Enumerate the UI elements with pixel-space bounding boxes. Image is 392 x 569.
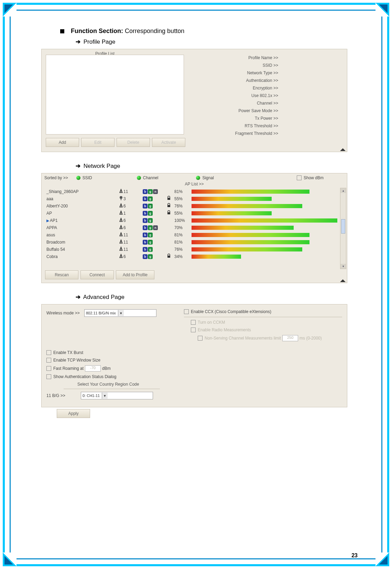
expand-icon[interactable] [340, 279, 346, 282]
nonserv-unit: ms (0-2000) [300, 336, 322, 341]
delete-button[interactable]: Delete [117, 138, 150, 147]
page-number: 23 [351, 552, 358, 559]
fastroam-checkbox[interactable]: Fast Roaming at -70 dBm [46, 365, 342, 372]
svg-rect-10 [121, 198, 121, 200]
mode-b-icon: b [143, 254, 148, 259]
radio-icon [137, 176, 141, 180]
signal-bar [192, 190, 337, 194]
mode-b-icon: b [143, 233, 148, 237]
ccka-checkbox: Turn on CCKM [191, 320, 342, 325]
txburst-checkbox[interactable]: Enable TX Burst [46, 350, 342, 355]
connect-button[interactable]: Connect [80, 270, 114, 279]
activate-button[interactable]: Activate [152, 138, 185, 147]
profile-properties: Profile Name >>SSID >>Network Type >>Aut… [206, 55, 278, 139]
add-to-profile-button[interactable]: Add to Profile [116, 270, 154, 279]
authdlg-checkbox[interactable]: Show Authentication Status Dialog [46, 374, 342, 379]
txburst-label: Enable TX Burst [53, 350, 83, 355]
ap-row[interactable]: Cobra6bg34% [46, 253, 344, 260]
antenna-icon [119, 203, 123, 209]
ap-modes: bg [143, 240, 167, 245]
ap-modes: bg [143, 254, 167, 259]
rescan-button[interactable]: Rescan [45, 270, 78, 279]
ap-signal: 100% [174, 218, 192, 223]
profile-prop: Network Type >> [206, 71, 278, 75]
network-title: Network Page [84, 163, 120, 169]
mode-b-icon: b [143, 196, 148, 201]
lock-icon [167, 254, 174, 259]
ap-row[interactable]: aaa3bg55% [46, 195, 344, 202]
ap-row[interactable]: AlbertY-2006bg76% [46, 202, 344, 210]
ap-channel: 3 [123, 196, 126, 201]
ap-row[interactable]: asus11bg81% [46, 231, 344, 238]
ap-row[interactable]: ▶AP16bg100% [46, 217, 344, 224]
ap-ssid: _Shiang_2860AP [46, 189, 78, 194]
fastroam-input: -70 [85, 365, 101, 372]
signal-bar [192, 197, 337, 201]
mode-b-icon: b [143, 240, 148, 245]
sort-channel[interactable]: Channel [137, 175, 159, 180]
svg-rect-22 [167, 256, 170, 258]
ap-row[interactable]: Buffalo 5411bg76% [46, 246, 344, 253]
checkbox-icon [46, 350, 51, 355]
bg-label: 11 B/G >> [46, 393, 81, 398]
chevron-down-icon: ▾ [102, 393, 108, 399]
add-button[interactable]: Add [46, 138, 79, 147]
edit-button[interactable]: Edit [81, 138, 115, 147]
mode-g-icon: g [148, 240, 153, 245]
profile-prop: Power Save Mode >> [206, 108, 278, 113]
ap-row[interactable]: APPA6bgn70% [46, 224, 344, 231]
radio-icon [76, 176, 80, 180]
ap-ssid: Buffalo 54 [46, 247, 65, 252]
network-panel: Sorted by >> SSID Channel Signal Show dB… [41, 173, 347, 283]
tcpwin-checkbox[interactable]: Enable TCP Window Size [46, 358, 342, 363]
bg-select[interactable]: 0: CH1-11 ▾ [81, 392, 153, 399]
bg-value: 0: CH1-11 [83, 394, 100, 398]
profile-prop: Profile Name >> [206, 55, 278, 60]
advanced-title: Advanced Page [83, 294, 124, 300]
profile-list[interactable] [46, 55, 184, 135]
scroll-thumb[interactable] [341, 219, 345, 234]
sort-signal[interactable]: Signal [196, 175, 214, 180]
ap-channel: 11 [123, 189, 128, 194]
svg-rect-11 [167, 198, 170, 200]
antenna-icon [119, 232, 123, 238]
antenna-icon [119, 189, 123, 194]
mode-n-icon: n [153, 225, 158, 230]
sort-ssid[interactable]: SSID [76, 175, 92, 180]
chevron-down-icon: ▾ [118, 310, 124, 316]
signal-bar [192, 247, 337, 251]
apply-button[interactable]: Apply [57, 409, 90, 418]
profile-title: Profile Page [84, 39, 116, 45]
scrollbar[interactable]: ▴ ▾ [340, 188, 346, 269]
mode-g-icon: g [148, 247, 153, 252]
ap-signal: 81% [174, 189, 192, 194]
checkbox-icon [46, 358, 51, 363]
enable-ccx-checkbox[interactable]: Enable CCX (Cisco Compatible eXtensions) [184, 309, 342, 314]
mode-g-icon: g [148, 211, 153, 216]
mode-b-icon: b [143, 204, 148, 208]
ap-row[interactable]: AP1bg55% [46, 210, 344, 217]
ap-channel: 6 [123, 254, 126, 259]
show-dbm-checkbox[interactable]: Show dBm [297, 175, 324, 180]
ap-modes: bg [143, 196, 167, 201]
expand-icon[interactable] [340, 148, 346, 151]
ap-signal: 55% [174, 211, 192, 216]
ap-list[interactable]: _Shiang_2860AP11bgn81%aaa3bg55%AlbertY-2… [42, 186, 347, 264]
wireless-mode-label: Wireless mode >> [46, 311, 84, 315]
ap-channel: 11 [123, 240, 128, 245]
scroll-down-icon[interactable]: ▾ [340, 264, 346, 269]
antenna-icon [119, 225, 123, 230]
scroll-up-icon[interactable]: ▴ [340, 188, 346, 193]
signal-label: Signal [202, 175, 214, 180]
ap-modes: bg [143, 233, 167, 237]
heading-desc: Corresponding button [125, 28, 184, 34]
ap-modes: bg [143, 204, 167, 208]
wireless-mode-select[interactable]: 802.11 B/G/N mix ▾ [84, 309, 156, 317]
profile-prop: Encryption >> [206, 86, 278, 90]
profile-prop: Fragment Threshold >> [206, 131, 278, 136]
ap-row[interactable]: Broadcom11bg81% [46, 238, 344, 246]
fastroam-label: Fast Roaming at [53, 366, 84, 371]
checkbox-icon [46, 366, 51, 371]
ap-row[interactable]: _Shiang_2860AP11bgn81% [46, 188, 344, 195]
ap-signal: 76% [174, 247, 192, 252]
